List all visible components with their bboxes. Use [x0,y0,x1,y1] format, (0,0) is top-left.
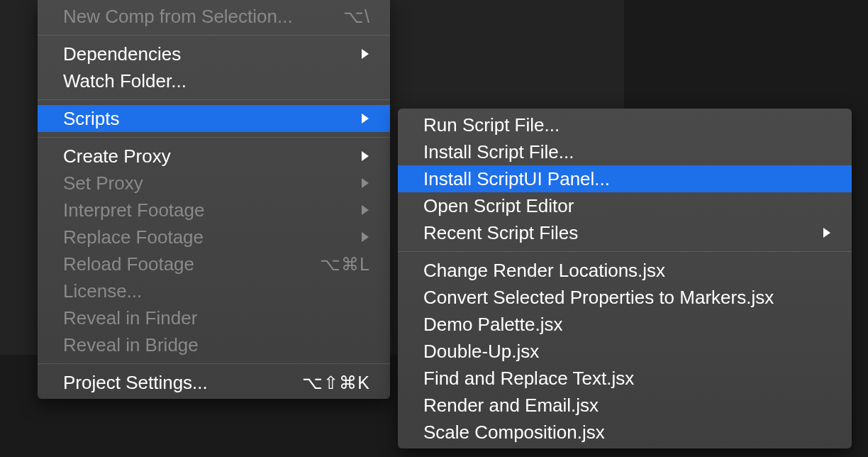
menu-item-label: Demo Palette.jsx [423,314,563,336]
subMenu-item-4[interactable]: Recent Script Files [398,219,852,246]
menu-item-label: Reload Footage [63,253,194,275]
subMenu-item-7[interactable]: Convert Selected Properties to Markers.j… [398,284,852,311]
submenu-arrow-icon [822,227,832,238]
menu-item-right: ⌥\ [343,6,370,27]
menu-item-label: Dependencies [63,43,181,65]
menu-item-right [360,113,370,124]
menu-item-label: Run Script File... [423,114,560,136]
menu-separator [398,251,852,252]
menu-item-label: Change Render Locations.jsx [423,260,665,282]
mainMenu-item-11: Reload Footage⌥⌘L [38,250,390,277]
subMenu-item-9[interactable]: Double-Up.jsx [398,338,852,365]
menu-item-label: Watch Folder... [63,70,187,92]
subMenu-item-10[interactable]: Find and Replace Text.jsx [398,365,852,392]
menu-item-label: Interpret Footage [63,199,204,221]
menu-item-right [360,48,370,60]
menu-shortcut: ⌥⌘L [320,254,370,275]
menu-separator [38,363,390,364]
menu-item-label: Scale Composition.jsx [423,422,605,444]
menu-item-label: Create Proxy [63,145,171,167]
menu-item-label: Convert Selected Properties to Markers.j… [423,287,774,309]
menu-item-right [822,227,832,238]
menu-separator [38,137,390,138]
menu-item-label: Install ScriptUI Panel... [423,168,610,190]
submenu-arrow-icon [360,177,370,189]
subMenu-item-2[interactable]: Install ScriptUI Panel... [398,165,852,192]
subMenu-item-8[interactable]: Demo Palette.jsx [398,311,852,338]
menu-item-label: Recent Script Files [423,222,578,244]
mainMenu-item-9: Interpret Footage [38,197,390,224]
menu-item-right: ⌥⇧⌘K [302,373,370,393]
submenu-arrow-icon [360,113,370,124]
mainMenu-item-10: Replace Footage [38,224,390,250]
menu-item-label: Find and Replace Text.jsx [423,368,634,390]
mainMenu-item-13: Reveal in Finder [38,304,390,331]
menu-item-right [360,177,370,189]
submenu-arrow-icon [360,231,370,243]
menu-item-label: Double-Up.jsx [423,341,539,363]
main-context-menu: New Comp from Selection...⌥\Dependencies… [38,0,390,399]
scripts-submenu: Run Script File...Install Script File...… [398,109,852,448]
menu-item-right [360,204,370,216]
mainMenu-item-7[interactable]: Create Proxy [38,143,390,170]
menu-item-label: Reveal in Finder [63,307,197,329]
menu-item-label: Reveal in Bridge [63,334,199,356]
subMenu-item-3[interactable]: Open Script Editor [398,192,852,219]
submenu-arrow-icon [360,204,370,216]
subMenu-item-1[interactable]: Install Script File... [398,138,852,165]
menu-item-label: Project Settings... [63,372,208,394]
menu-separator [38,35,390,35]
mainMenu-item-2[interactable]: Dependencies [38,40,390,67]
menu-item-label: Set Proxy [63,172,143,194]
mainMenu-item-5[interactable]: Scripts [38,105,390,132]
subMenu-item-0[interactable]: Run Script File... [398,111,852,138]
menu-item-right [360,150,370,162]
menu-shortcut: ⌥\ [343,6,370,27]
subMenu-item-6[interactable]: Change Render Locations.jsx [398,257,852,284]
subMenu-item-12[interactable]: Scale Composition.jsx [398,419,852,446]
menu-item-label: Render and Email.jsx [423,395,599,417]
menu-item-label: Scripts [63,108,119,130]
menu-item-right: ⌥⌘L [320,254,370,275]
menu-item-label: Open Script Editor [423,195,574,217]
subMenu-item-11[interactable]: Render and Email.jsx [398,392,852,419]
menu-item-label: Replace Footage [63,226,204,248]
menu-item-label: New Comp from Selection... [63,6,293,28]
menu-item-label: Install Script File... [423,141,574,163]
menu-item-label: License... [63,280,142,302]
menu-separator [38,99,390,100]
mainMenu-item-12: License... [38,277,390,304]
menu-item-right [360,231,370,243]
mainMenu-item-0: New Comp from Selection...⌥\ [38,3,390,30]
mainMenu-item-14: Reveal in Bridge [38,331,390,358]
mainMenu-item-3[interactable]: Watch Folder... [38,67,390,94]
submenu-arrow-icon [360,48,370,60]
submenu-arrow-icon [360,150,370,162]
mainMenu-item-8: Set Proxy [38,170,390,197]
mainMenu-item-16[interactable]: Project Settings...⌥⇧⌘K [38,369,390,396]
menu-shortcut: ⌥⇧⌘K [302,373,370,393]
